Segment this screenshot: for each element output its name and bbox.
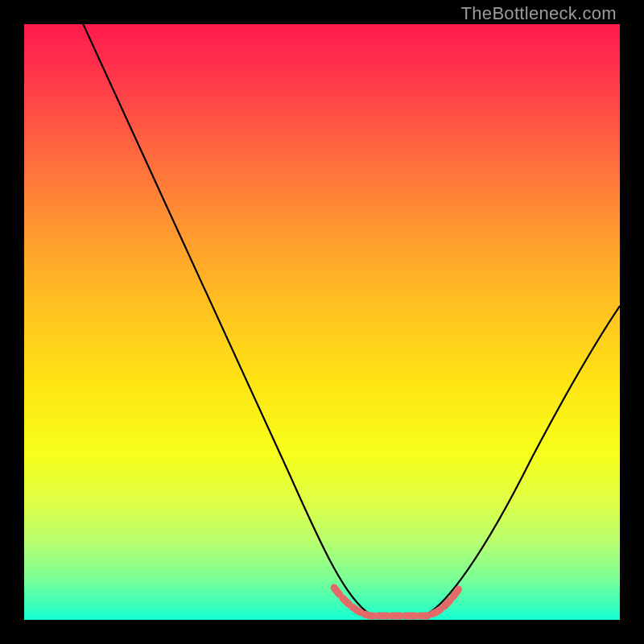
chart-frame: TheBottleneck.com <box>0 0 644 644</box>
plot-area <box>24 24 620 620</box>
watermark-text: TheBottleneck.com <box>461 3 617 24</box>
bottleneck-curve <box>68 24 620 614</box>
curve-layer <box>24 24 620 620</box>
optimal-range-marker <box>334 586 460 616</box>
